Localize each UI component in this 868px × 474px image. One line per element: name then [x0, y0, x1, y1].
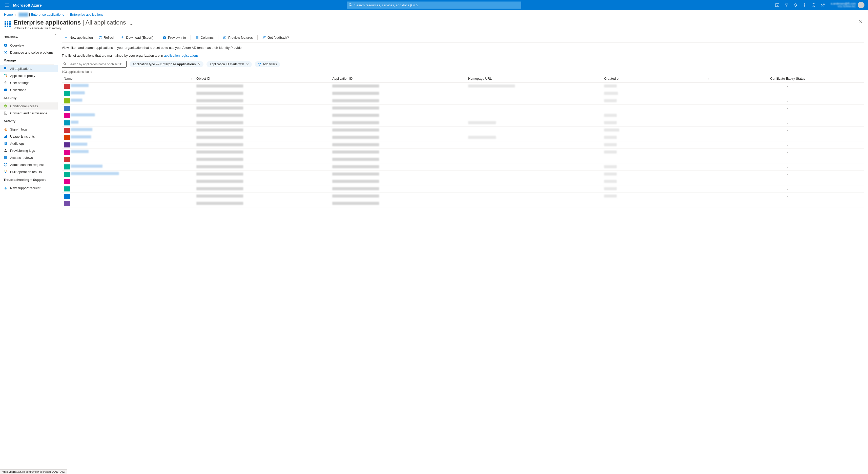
cert-status: -: [711, 185, 864, 193]
nav-bulk-results[interactable]: Bulk operation results: [0, 168, 58, 175]
divider: [257, 35, 258, 40]
settings-button[interactable]: [800, 0, 809, 10]
table-row[interactable]: -: [62, 97, 864, 105]
list-icon: [4, 156, 8, 160]
redacted-app-id: [332, 92, 379, 95]
redacted-app-id: [332, 172, 379, 176]
cloud-shell-button[interactable]: [773, 0, 781, 10]
person-icon: [4, 149, 8, 153]
more-button[interactable]: ⋯: [130, 22, 134, 27]
console-icon: [775, 3, 779, 7]
app-icon: [64, 201, 70, 206]
nav-user-settings[interactable]: User settings: [0, 79, 58, 86]
svg-rect-10: [9, 23, 11, 25]
table-row[interactable]: -: [62, 178, 864, 185]
cmd-columns[interactable]: Columns: [193, 35, 216, 40]
app-search-input[interactable]: [62, 61, 127, 67]
gear-icon: [802, 3, 807, 7]
cmd-refresh[interactable]: Refresh: [96, 35, 118, 40]
main-content: New application Refresh Download (Export…: [58, 33, 868, 474]
redacted-app-id: [332, 85, 379, 88]
app-icon: [64, 113, 70, 118]
chevron-right-icon: ›: [14, 13, 18, 17]
cmd-preview-info[interactable]: Preview info: [160, 35, 189, 40]
breadcrumb-enterprise-apps-2[interactable]: Enterprise applications: [70, 13, 103, 17]
cert-status: -: [711, 83, 864, 90]
table-row[interactable]: -: [62, 83, 864, 90]
close-blade-button[interactable]: [859, 20, 862, 24]
redacted-object-id: [196, 151, 243, 154]
app-registrations-link[interactable]: application registrations: [164, 54, 199, 57]
nav-access-reviews[interactable]: Access reviews: [0, 154, 58, 161]
table-row[interactable]: -: [62, 163, 864, 171]
table-row[interactable]: -: [62, 156, 864, 163]
nav-section-security: Security: [0, 93, 58, 101]
nav-audit-logs[interactable]: Audit logs: [0, 140, 58, 147]
nav-conditional-access[interactable]: Conditional Access: [0, 102, 58, 109]
remove-filter-button[interactable]: [246, 63, 249, 65]
filter-pill-app-type[interactable]: Application type == Enterprise Applicati…: [130, 61, 204, 67]
breadcrumb-home[interactable]: Home: [4, 13, 13, 17]
notifications-button[interactable]: [791, 0, 799, 10]
help-icon: [812, 3, 816, 7]
col-homepage[interactable]: Homepage URL: [466, 75, 602, 83]
redacted-name: [71, 84, 89, 87]
table-row[interactable]: -: [62, 141, 864, 149]
nav-app-proxy[interactable]: Application proxy: [0, 72, 58, 79]
table-row[interactable]: -: [62, 112, 864, 119]
breadcrumb-org[interactable]: ████: [19, 13, 28, 17]
col-cert-expiry[interactable]: Certificate Expiry Status: [711, 75, 864, 83]
col-app-id[interactable]: Application ID: [330, 75, 466, 83]
table-row[interactable]: [62, 200, 864, 208]
sort-icon: ↑↓: [189, 76, 192, 80]
global-search-input[interactable]: [347, 2, 521, 9]
table-row[interactable]: -: [62, 119, 864, 127]
table-row[interactable]: -: [62, 90, 864, 97]
table-row[interactable]: -: [62, 105, 864, 112]
nav-all-applications[interactable]: All applications: [0, 65, 58, 72]
info-icon: [4, 43, 8, 47]
brand-label[interactable]: Microsoft Azure: [12, 3, 45, 7]
breadcrumb-enterprise-apps[interactable]: Enterprise applications: [31, 13, 64, 17]
nav-overview[interactable]: Overview: [0, 42, 58, 49]
info-icon: [163, 36, 166, 39]
search-icon: [349, 3, 352, 7]
help-button[interactable]: [810, 0, 818, 10]
nav-collections[interactable]: Collections: [0, 86, 58, 93]
nav-consent[interactable]: Consent and permissions: [0, 109, 58, 117]
nav-usage[interactable]: Usage & insights: [0, 133, 58, 140]
table-row[interactable]: -: [62, 134, 864, 141]
filter-pill-app-id[interactable]: Application ID starts with: [207, 61, 252, 67]
table-row[interactable]: -: [62, 149, 864, 156]
nav-admin-consent[interactable]: Admin consent requests: [0, 161, 58, 168]
svg-point-4: [822, 4, 823, 5]
collapse-nav-button[interactable]: «: [55, 33, 56, 36]
add-filters-button[interactable]: Add filters: [255, 61, 280, 67]
hamburger-menu[interactable]: [2, 3, 12, 7]
account-menu[interactable]: a.andersen@f5.com VOLTERRA INC: [828, 2, 866, 8]
nav-new-support[interactable]: New support request: [0, 184, 58, 191]
description-line-1: View, filter, and search applications in…: [62, 43, 864, 51]
nav-provisioning-logs[interactable]: Provisioning logs: [0, 147, 58, 154]
redacted-object-id: [196, 106, 243, 109]
nav-signin-logs[interactable]: Sign-in logs: [0, 126, 58, 133]
table-row[interactable]: -: [62, 185, 864, 193]
feedback-button[interactable]: [819, 0, 827, 10]
table-row[interactable]: -: [62, 127, 864, 134]
cmd-feedback[interactable]: Got feedback?: [260, 35, 291, 40]
svg-rect-5: [5, 21, 6, 23]
col-object-id[interactable]: Object ID: [194, 75, 330, 83]
directories-button[interactable]: [782, 0, 790, 10]
remove-filter-button[interactable]: [198, 63, 200, 65]
redacted-name: [71, 135, 91, 138]
col-name[interactable]: Name↑↓: [62, 75, 194, 83]
nav-diagnose[interactable]: Diagnose and solve problems: [0, 49, 58, 56]
close-icon: [859, 20, 862, 24]
cmd-preview-features[interactable]: Preview features: [220, 35, 255, 40]
col-created[interactable]: Created on↑↓: [602, 75, 711, 83]
table-row[interactable]: -: [62, 193, 864, 200]
cert-status: -: [711, 193, 864, 200]
cmd-new-application[interactable]: New application: [62, 35, 95, 40]
cmd-download[interactable]: Download (Export): [118, 35, 156, 40]
table-row[interactable]: -: [62, 171, 864, 178]
